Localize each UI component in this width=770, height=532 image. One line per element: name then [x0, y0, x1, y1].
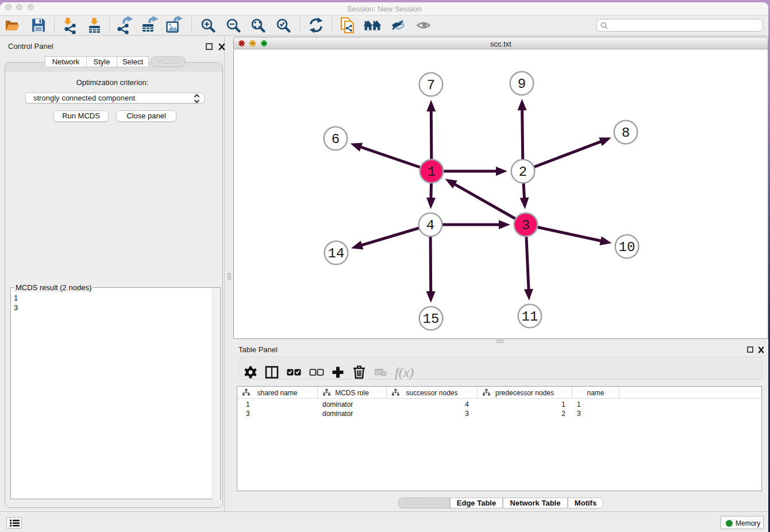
svg-text:8: 8 — [622, 125, 630, 141]
svg-text:2: 2 — [519, 164, 527, 180]
svg-text:3: 3 — [522, 218, 530, 233]
svg-text:11: 11 — [522, 309, 538, 325]
svg-text:4: 4 — [426, 218, 434, 233]
svg-text:f(x): f(x) — [395, 365, 414, 380]
svg-text:7: 7 — [427, 78, 435, 93]
svg-text:6: 6 — [332, 132, 340, 147]
svg-text:1: 1 — [428, 164, 436, 180]
svg-text:9: 9 — [518, 76, 526, 92]
svg-text:14: 14 — [328, 246, 345, 261]
svg-text:15: 15 — [423, 311, 440, 327]
svg-text:10: 10 — [619, 240, 636, 255]
